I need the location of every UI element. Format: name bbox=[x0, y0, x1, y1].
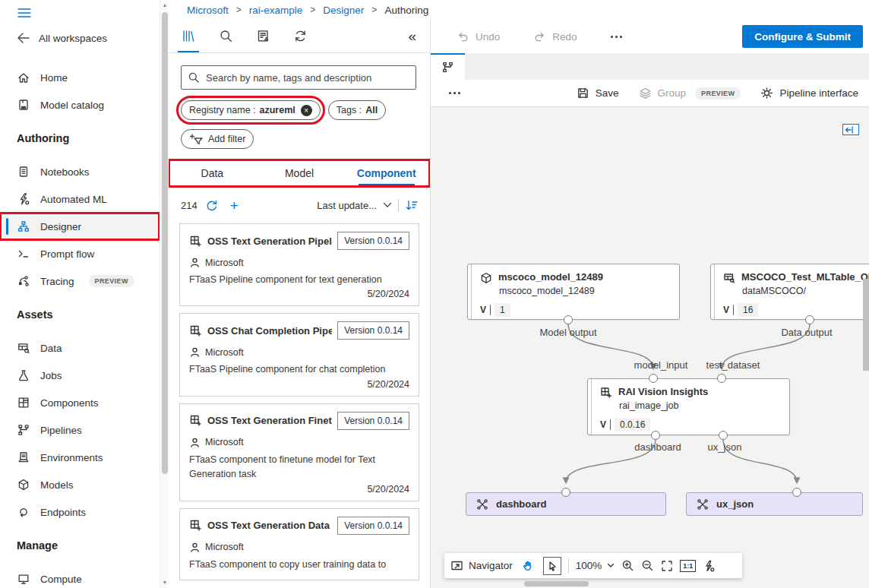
node-title: MSCOCO_Test_MLTable_OD18 bbox=[741, 271, 869, 283]
canvas-footer-toolbar: Navigator 100% bbox=[444, 553, 742, 578]
asset-library-tab-icon[interactable] bbox=[179, 26, 198, 46]
save-button[interactable]: Save bbox=[577, 87, 619, 100]
navigator-button[interactable]: Navigator bbox=[450, 560, 513, 571]
hamburger-menu-icon[interactable] bbox=[0, 0, 160, 20]
select-tool-icon[interactable] bbox=[543, 557, 561, 575]
sidebar-item-notebooks[interactable]: Notebooks bbox=[0, 158, 160, 185]
notebooks-icon bbox=[17, 165, 30, 179]
sidebar-item-models[interactable]: Models bbox=[0, 471, 160, 498]
sidebar-item-environments[interactable]: Environments bbox=[0, 444, 160, 471]
scrollbar-thumb[interactable] bbox=[162, 12, 168, 474]
node-version-badge: V1 bbox=[480, 303, 510, 317]
asset-search[interactable] bbox=[181, 65, 416, 90]
breadcrumb-rai-example[interactable]: rai-example bbox=[249, 5, 303, 16]
all-workspaces-link[interactable]: All workspaces bbox=[0, 26, 160, 50]
vertical-scrollbar-thumb[interactable] bbox=[863, 279, 869, 371]
actual-size-button[interactable]: 1:1 bbox=[680, 560, 696, 572]
open-right-panel-icon[interactable] bbox=[842, 124, 859, 135]
pipeline-tab[interactable] bbox=[431, 53, 465, 80]
node-mscoco-test-data[interactable]: MSCOCO_Test_MLTable_OD18 dataMSCOCO/ V16 bbox=[710, 264, 869, 320]
chevron-down-icon[interactable] bbox=[383, 202, 392, 208]
configure-submit-button[interactable]: Configure & Submit bbox=[742, 25, 863, 48]
component-icon bbox=[189, 235, 202, 248]
collapse-panel-icon[interactable]: « bbox=[408, 28, 416, 45]
results-row: 214 + Last update... bbox=[181, 194, 418, 216]
component-description: FTaaS Pipeline component for chat comple… bbox=[189, 362, 409, 377]
divider bbox=[568, 558, 569, 574]
node-title: mscoco_model_12489 bbox=[498, 271, 603, 283]
component-owner: Microsoft bbox=[205, 542, 244, 552]
pipeline-interface-button[interactable]: Pipeline interface bbox=[760, 87, 858, 100]
sort-order-icon[interactable] bbox=[405, 199, 418, 211]
sidebar-item-components[interactable]: Components bbox=[0, 389, 160, 416]
node-rai-vision-insights[interactable]: RAI Vision Insights rai_image_job V0.0.1… bbox=[587, 378, 790, 435]
component-card[interactable]: OSS Text Generation Pipeline Version 0.0… bbox=[179, 223, 419, 306]
node-uxjson-output[interactable]: ux_json bbox=[686, 492, 863, 516]
prompt-flow-icon bbox=[17, 247, 30, 261]
sidebar-item-model-catalog[interactable]: Model catalog bbox=[0, 91, 160, 119]
port-label-test-dataset: test_dataset bbox=[706, 359, 760, 371]
node-mscoco-model[interactable]: mscoco_model_12489 mscoco_model_12489 V1 bbox=[467, 264, 680, 320]
tags-filter-pill[interactable]: Tags : All bbox=[328, 100, 386, 120]
pan-tool-icon[interactable] bbox=[520, 558, 536, 574]
group-button[interactable]: Group bbox=[639, 87, 687, 100]
sidebar-item-endpoints[interactable]: Endpoints bbox=[0, 498, 160, 526]
sidebar-scrollbar[interactable]: ▲ ▼ bbox=[160, 0, 169, 588]
remove-filter-icon[interactable]: × bbox=[301, 105, 312, 116]
tab-data[interactable]: Data bbox=[169, 160, 256, 187]
auto-layout-icon[interactable] bbox=[703, 560, 715, 572]
undo-button[interactable]: Undo bbox=[457, 30, 500, 43]
sidebar-item-label: Designer bbox=[40, 221, 81, 232]
sidebar-item-compute[interactable]: Compute bbox=[0, 565, 160, 588]
zoom-out-icon[interactable] bbox=[641, 559, 654, 572]
port-uxjson-node[interactable] bbox=[792, 488, 801, 497]
component-icon bbox=[189, 324, 202, 337]
port-dashboard-node[interactable] bbox=[561, 488, 570, 497]
breadcrumb-microsoft[interactable]: Microsoft bbox=[187, 5, 229, 16]
registry-filter-pill[interactable]: Registry name : azureml × bbox=[181, 100, 321, 120]
redo-label: Redo bbox=[552, 31, 577, 43]
sidebar-item-pipelines[interactable]: Pipelines bbox=[0, 416, 160, 444]
sidebar-item-automated-ml[interactable]: Automated ML bbox=[0, 185, 160, 213]
sidebar-item-label: Notebooks bbox=[40, 166, 90, 178]
fit-to-screen-icon[interactable] bbox=[661, 560, 673, 572]
sidebar-item-tracing[interactable]: Tracing PREVIEW bbox=[0, 267, 160, 295]
draft-validate-tab-icon[interactable] bbox=[254, 26, 272, 46]
more-options-icon[interactable] bbox=[449, 92, 460, 94]
port-dashboard[interactable] bbox=[651, 431, 660, 440]
component-card[interactable]: OSS Text Generation Finetune Version 0.0… bbox=[179, 403, 419, 501]
port-test-dataset[interactable] bbox=[717, 374, 726, 383]
sidebar-section-assets: Assets bbox=[0, 301, 160, 328]
tab-component[interactable]: Component bbox=[343, 160, 430, 187]
result-count: 214 bbox=[181, 200, 198, 211]
zoom-level-dropdown[interactable]: 100% bbox=[576, 560, 615, 571]
tab-model[interactable]: Model bbox=[256, 160, 343, 187]
port-model-output[interactable] bbox=[564, 315, 573, 324]
port-data-output[interactable] bbox=[805, 315, 814, 324]
zoom-in-icon[interactable] bbox=[621, 559, 634, 572]
breadcrumb-designer[interactable]: Designer bbox=[323, 5, 364, 16]
port-ux-json[interactable] bbox=[719, 431, 728, 440]
add-component-icon[interactable]: + bbox=[230, 198, 239, 213]
port-model-input[interactable] bbox=[649, 374, 658, 383]
sort-by-label[interactable]: Last update... bbox=[317, 200, 377, 211]
divider bbox=[398, 199, 399, 211]
pipeline-canvas[interactable]: mscoco_model_12489 mscoco_model_12489 V1… bbox=[431, 107, 869, 588]
component-card[interactable]: OSS Text Generation Data Im... Version 0… bbox=[179, 508, 419, 580]
refresh-results-icon[interactable] bbox=[205, 199, 218, 212]
sidebar-item-data[interactable]: Data bbox=[0, 334, 160, 362]
search-tab-icon[interactable] bbox=[217, 26, 235, 46]
asset-library-panel: « Registry name : azureml × Tags : All bbox=[169, 20, 431, 588]
more-options-icon[interactable] bbox=[611, 36, 622, 38]
refresh-tab-icon[interactable] bbox=[292, 26, 309, 46]
horizontal-scrollbar-thumb[interactable] bbox=[524, 581, 589, 586]
search-input[interactable] bbox=[206, 72, 409, 84]
sidebar-item-designer[interactable]: Designer bbox=[0, 213, 160, 240]
component-card[interactable]: OSS Chat Completion Pipeline Version 0.0… bbox=[179, 313, 419, 396]
sidebar-item-label: Endpoints bbox=[40, 507, 86, 518]
redo-button[interactable]: Redo bbox=[533, 30, 577, 43]
sidebar-item-prompt-flow[interactable]: Prompt flow bbox=[0, 240, 160, 267]
sidebar-item-home[interactable]: Home bbox=[0, 64, 160, 91]
add-filter-button[interactable]: Add filter bbox=[181, 129, 254, 149]
sidebar-item-jobs[interactable]: Jobs bbox=[0, 362, 160, 389]
